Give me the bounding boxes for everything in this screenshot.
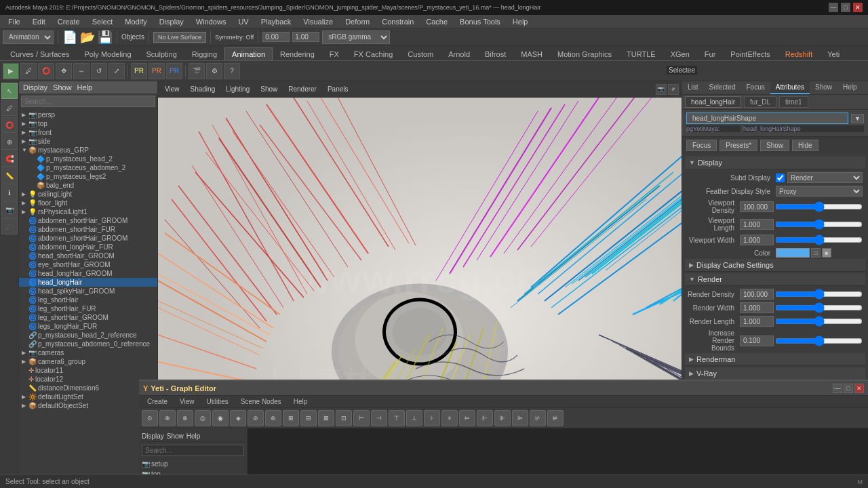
vray-header[interactable]: ▶ V-Ray: [685, 367, 865, 380]
yeti-tool23[interactable]: ⊬: [530, 410, 546, 426]
outliner-search-input[interactable]: [21, 96, 155, 107]
rlength-input[interactable]: [740, 316, 774, 327]
yeti-tool18[interactable]: ⊧: [441, 410, 458, 426]
rdensity-input[interactable]: [740, 289, 774, 300]
help-icon[interactable]: ?: [224, 63, 240, 79]
tab-rigging[interactable]: Rigging: [184, 47, 224, 60]
pr-icon3[interactable]: PR: [166, 63, 182, 79]
vpwidth-input[interactable]: [740, 235, 774, 245]
vp-lighting-menu[interactable]: Lighting: [222, 84, 254, 94]
yeti-tool1[interactable]: ⊙: [142, 410, 158, 426]
pr-icon1[interactable]: PR: [131, 63, 147, 79]
tab-fx[interactable]: FX: [322, 47, 347, 60]
select-tool-icon[interactable]: ▶: [3, 63, 19, 79]
show-attr-button[interactable]: Show: [760, 140, 789, 151]
yeti-close-btn[interactable]: ✕: [854, 384, 864, 393]
tree-item-top[interactable]: ▶📷top: [19, 119, 157, 128]
tree-item-defaultlight[interactable]: ▶🔆defaultLightSet: [19, 392, 157, 401]
tree-item-abdsGroom[interactable]: 🌀abdomen_shortHair_GROOM: [19, 216, 157, 225]
info-btn[interactable]: ℹ: [1, 184, 18, 201]
close-button[interactable]: ✕: [853, 3, 863, 12]
yeti-tool7[interactable]: ⊘: [248, 410, 264, 426]
tree-item-headshort[interactable]: 🌀head_shortHair_GROOM: [19, 251, 157, 260]
tab-attributes[interactable]: Attributes: [770, 81, 810, 94]
maximize-button[interactable]: □: [841, 3, 850, 12]
tab-polymod[interactable]: Poly Modeling: [77, 47, 138, 60]
tab-yeti[interactable]: Yeti: [820, 47, 847, 60]
tree-item-mystaceus-grp[interactable]: ▼📦mystaceus_GRP: [19, 146, 157, 155]
tree-item-persp[interactable]: ▶📷persp: [19, 110, 157, 119]
tree-item-legshortfur[interactable]: 🌀leg_shortHair_FUR: [19, 304, 157, 313]
frame-input[interactable]: [292, 32, 319, 42]
yeti-tool4[interactable]: ◎: [195, 410, 211, 426]
tab-help[interactable]: Help: [837, 81, 863, 94]
tree-item-abdsgroom2[interactable]: 🌀abdomen_shortHair_GROOM: [19, 234, 157, 243]
tab-mash[interactable]: MASH: [513, 47, 550, 60]
rwidth-input[interactable]: [740, 302, 774, 313]
tree-item-legshort[interactable]: 🌀leg_shortHair: [19, 296, 157, 304]
color-btn1[interactable]: □: [811, 248, 821, 258]
save-icon[interactable]: 💾: [98, 30, 113, 45]
new-scene-icon[interactable]: 📄: [62, 30, 77, 45]
yeti-tool24[interactable]: ⊭: [547, 410, 564, 426]
yeti-tool11[interactable]: ⊠: [318, 410, 334, 426]
tab-show[interactable]: Show: [810, 81, 837, 94]
paint-sel-btn[interactable]: 🖊: [1, 100, 18, 116]
yeti-tool15[interactable]: ⊤: [389, 410, 405, 426]
menu-file[interactable]: File: [3, 16, 26, 27]
lasso-sel-btn[interactable]: ⭕: [1, 117, 18, 133]
pr-icon2[interactable]: PR: [149, 63, 165, 79]
yeti-tool5[interactable]: ◉: [212, 410, 229, 426]
yeti-scenenodes-menu[interactable]: Scene Nodes: [235, 397, 287, 406]
outliner-help-menu[interactable]: Help: [77, 83, 93, 92]
vp-view-menu[interactable]: View: [161, 84, 184, 94]
tree-item-abdlongfur[interactable]: 🌀abdomen_longHair_FUR: [19, 243, 157, 251]
menu-deform[interactable]: Deform: [340, 16, 375, 27]
magnet-btn[interactable]: 🧲: [1, 150, 18, 167]
menu-visualize[interactable]: Visualize: [298, 16, 338, 27]
menu-uv[interactable]: UV: [233, 16, 254, 27]
tab-focus[interactable]: Focus: [741, 81, 770, 94]
tree-item-balg[interactable]: 📦balg_end: [19, 181, 157, 190]
tab-curves[interactable]: Curves / Surfaces: [3, 47, 77, 60]
tree-item-legshortgroom[interactable]: 🌀leg_shortHair_GROOM: [19, 313, 157, 322]
transform-icon[interactable]: ✥: [56, 63, 72, 79]
time-input[interactable]: [262, 32, 290, 42]
rdensity-slider[interactable]: [775, 290, 863, 298]
yeti-tool16[interactable]: ⊥: [406, 410, 422, 426]
tab-sculpting[interactable]: Sculpting: [139, 47, 184, 60]
tree-item-abdsFur[interactable]: 🌀abdomen_shortHair_FUR: [19, 225, 157, 234]
yeti-tool10[interactable]: ⊟: [300, 410, 317, 426]
tab-xgen[interactable]: XGen: [663, 47, 697, 60]
vp-show-menu[interactable]: Show: [256, 84, 281, 94]
tree-item-eyeshort[interactable]: 🌀eye_shortHair_GROOM: [19, 260, 157, 269]
tree-item-ceiling[interactable]: ▶💡ceilingLight: [19, 190, 157, 199]
vplength-input[interactable]: [740, 219, 774, 230]
focus-button[interactable]: Focus: [686, 140, 717, 151]
yeti-tool19[interactable]: ⊨: [459, 410, 475, 426]
tab-selected[interactable]: Selected: [704, 81, 741, 94]
presets-button[interactable]: Presets*: [719, 140, 757, 151]
vpwidth-slider[interactable]: [775, 236, 863, 244]
yeti-maximize-btn[interactable]: □: [844, 384, 853, 393]
tree-item-front[interactable]: ▶📷front: [19, 128, 157, 137]
render-icon[interactable]: 🎬: [189, 63, 205, 79]
open-icon[interactable]: 📂: [80, 30, 95, 45]
settings-icon[interactable]: ⚙: [206, 63, 222, 79]
node-tab-fur[interactable]: fur_DL: [744, 96, 776, 108]
yeti-search-input[interactable]: [142, 445, 244, 456]
menu-bonus[interactable]: Bonus Tools: [454, 16, 506, 27]
tree-item-headlonggroom[interactable]: 🌀head_longHair_GROOM: [19, 269, 157, 278]
tree-item-defaultobj[interactable]: ▶📦defaultObjectSet: [19, 401, 157, 410]
vp-grid-btn[interactable]: #: [668, 84, 679, 95]
feather-dropdown[interactable]: Proxy: [776, 186, 863, 197]
paint-icon[interactable]: 🖊: [20, 63, 37, 79]
outliner-show-menu[interactable]: Show: [53, 83, 72, 92]
yeti-tool22[interactable]: ⊫: [512, 410, 528, 426]
tree-item-headlong[interactable]: 🌀head_longHair: [19, 278, 157, 287]
vp-cam-btn[interactable]: 📷: [656, 84, 667, 95]
vpdensity-slider[interactable]: [775, 203, 863, 211]
render-section-header[interactable]: ▼ Render: [685, 273, 865, 286]
tab-animation[interactable]: Animation: [224, 47, 273, 60]
yeti-tool8[interactable]: ⊛: [265, 410, 281, 426]
